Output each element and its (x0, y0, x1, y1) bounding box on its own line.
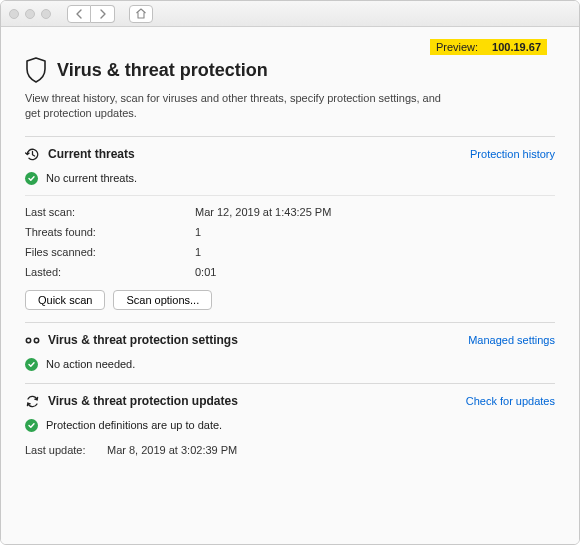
lasted-label: Lasted: (25, 266, 195, 278)
check-circle-icon (25, 358, 38, 371)
protection-updates-section: Virus & threat protection updates Check … (25, 383, 555, 468)
check-updates-link[interactable]: Check for updates (466, 395, 555, 407)
last-scan-value: Mar 12, 2019 at 1:43:25 PM (195, 206, 331, 218)
page-description: View threat history, scan for viruses an… (25, 91, 455, 122)
section-title: Virus & threat protection updates (48, 394, 238, 408)
minimize-window-button[interactable] (25, 9, 35, 19)
scan-options-button[interactable]: Scan options... (113, 290, 212, 310)
back-button[interactable] (67, 5, 91, 23)
traffic-lights (9, 9, 51, 19)
titlebar (1, 1, 579, 27)
files-scanned-value: 1 (195, 246, 201, 258)
protection-settings-section: Virus & threat protection settings Manag… (25, 322, 555, 383)
threat-status-row: No current threats. (25, 172, 555, 185)
chevron-right-icon (99, 9, 107, 19)
history-icon (25, 147, 40, 162)
preview-version: 100.19.67 (492, 41, 541, 53)
updates-status-row: Protection definitions are up to date. (25, 419, 555, 432)
scan-button-row: Quick scan Scan options... (25, 290, 555, 310)
gear-icon (25, 333, 40, 348)
nav-button-group (67, 5, 115, 23)
shield-icon (25, 57, 47, 83)
preview-label: Preview: (436, 41, 478, 53)
section-header: Virus & threat protection settings Manag… (25, 333, 555, 348)
close-window-button[interactable] (9, 9, 19, 19)
settings-status-row: No action needed. (25, 358, 555, 371)
refresh-icon (25, 394, 40, 409)
last-update-value: Mar 8, 2019 at 3:02:39 PM (107, 444, 237, 456)
home-icon (135, 8, 147, 19)
threat-status-text: No current threats. (46, 172, 137, 184)
current-threats-section: Current threats Protection history No cu… (25, 136, 555, 322)
forward-button[interactable] (91, 5, 115, 23)
check-circle-icon (25, 419, 38, 432)
settings-status-text: No action needed. (46, 358, 135, 370)
svg-point-1 (34, 338, 38, 342)
section-title: Virus & threat protection settings (48, 333, 238, 347)
section-header: Virus & threat protection updates Check … (25, 394, 555, 409)
content-area: Preview: 100.19.67 Virus & threat protec… (1, 27, 579, 544)
quick-scan-button[interactable]: Quick scan (25, 290, 105, 310)
lasted-value: 0:01 (195, 266, 216, 278)
managed-settings-link[interactable]: Managed settings (468, 334, 555, 346)
chevron-left-icon (75, 9, 83, 19)
zoom-window-button[interactable] (41, 9, 51, 19)
last-scan-label: Last scan: (25, 206, 195, 218)
threats-found-label: Threats found: (25, 226, 195, 238)
home-button[interactable] (129, 5, 153, 23)
page-title: Virus & threat protection (57, 60, 268, 81)
files-scanned-label: Files scanned: (25, 246, 195, 258)
preview-badge: Preview: 100.19.67 (430, 39, 547, 55)
updates-status-text: Protection definitions are up to date. (46, 419, 222, 431)
last-update-label: Last update: (25, 444, 107, 456)
preview-banner-row: Preview: 100.19.67 (25, 31, 555, 55)
app-window: Preview: 100.19.67 Virus & threat protec… (0, 0, 580, 545)
section-title: Current threats (48, 147, 135, 161)
section-header: Current threats Protection history (25, 147, 555, 162)
check-circle-icon (25, 172, 38, 185)
page-header: Virus & threat protection (25, 57, 555, 83)
svg-point-0 (26, 338, 30, 342)
protection-history-link[interactable]: Protection history (470, 148, 555, 160)
threats-found-value: 1 (195, 226, 201, 238)
